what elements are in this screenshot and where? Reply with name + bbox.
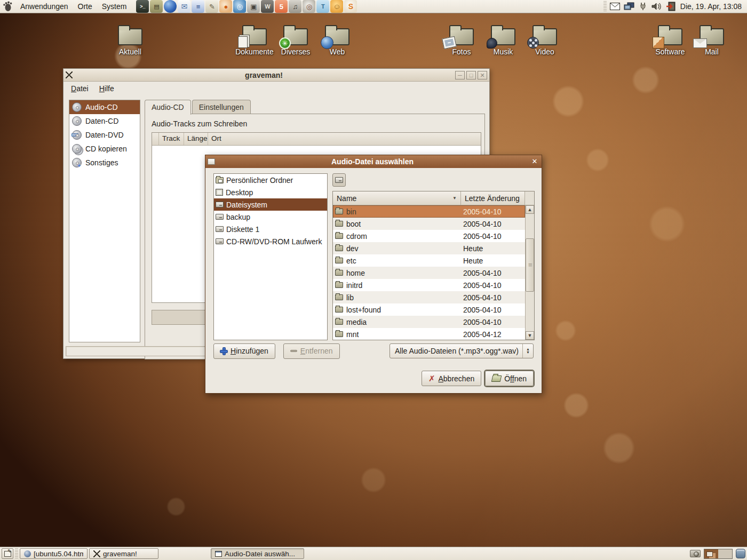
abbrechen-button[interactable]: ✗ Abbrechen <box>422 371 481 386</box>
tab-audio-cd[interactable]: Audio-CD <box>145 100 191 115</box>
jukebox-icon[interactable]: ♫ <box>289 0 301 13</box>
screens-icon[interactable] <box>624 2 634 11</box>
column-header-laenge[interactable]: Länge <box>184 133 208 145</box>
file-row-mnt[interactable]: mnt2005-04-12 <box>333 328 525 340</box>
column-header-blank[interactable] <box>152 133 159 145</box>
column-header-modified[interactable]: Letzte Änderung <box>461 191 525 205</box>
taskbar-drag-handle[interactable] <box>15 548 18 559</box>
sidebar-item-daten-cd[interactable]: Daten-CD <box>69 114 140 128</box>
label-rest: inzufügen <box>236 347 268 355</box>
file-modified: 2005-04-10 <box>459 207 525 216</box>
menu-anwendungen[interactable]: Anwendungen <box>16 1 73 12</box>
sidebar-item-cd-kopieren[interactable]: CD kopieren <box>69 142 140 156</box>
web-browser-icon[interactable] <box>164 0 177 13</box>
place-backup[interactable]: backup <box>214 211 327 223</box>
optical-drive-icon <box>216 238 224 244</box>
workspace-1[interactable] <box>704 549 718 558</box>
column-header-ort[interactable]: Ort <box>208 133 481 145</box>
logout-icon[interactable] <box>665 2 676 11</box>
scroll-up-arrow[interactable]: ▲ <box>526 205 534 214</box>
tag-tool-icon[interactable]: T <box>316 0 329 13</box>
gimp-icon[interactable]: W <box>261 0 274 13</box>
user-icon[interactable]: ☺ <box>330 0 343 13</box>
sidebar-item-audio-cd[interactable]: Audio-CD <box>69 100 140 114</box>
desktop-icon-diverses[interactable]: ✳ Diverses <box>272 25 320 56</box>
file-row-media[interactable]: media2005-04-10 <box>333 316 525 328</box>
desktop-icon-fotos[interactable]: Fotos <box>438 25 486 56</box>
dvd-burner-icon[interactable]: ◎ <box>303 0 315 13</box>
taskbar-item-graveman[interactable]: graveman! <box>89 548 158 559</box>
mail-notification-icon[interactable] <box>610 2 621 11</box>
editor-icon[interactable]: 5 <box>275 0 288 13</box>
camera-applet-icon[interactable] <box>690 550 701 557</box>
trash-icon[interactable] <box>736 549 745 558</box>
menu-hilfe[interactable]: Hilfe <box>95 83 118 94</box>
cd-player-icon[interactable]: ◎ <box>233 0 246 13</box>
screenshot-icon[interactable]: ▣ <box>247 0 260 13</box>
hinzufuegen-button[interactable]: Hinzufügen <box>213 343 275 359</box>
file-row-initrd[interactable]: initrd2005-04-10 <box>333 279 525 291</box>
file-row-boot[interactable]: boot2005-04-10 <box>333 218 525 230</box>
file-row-bin[interactable]: bin2005-04-10 <box>333 205 525 218</box>
top-panel: Anwendungen Orte System >_ ▤ ✉ ≡ ✎ ● ◎ ▣… <box>0 0 747 13</box>
file-row-home[interactable]: home2005-04-10 <box>333 267 525 279</box>
data-dvd-icon <box>72 130 82 140</box>
menu-datei[interactable]: Datei <box>67 83 93 94</box>
window-buttons: ─ □ ✕ <box>455 71 487 79</box>
gnome-foot-icon[interactable] <box>2 1 13 12</box>
close-button[interactable]: ✕ <box>478 71 487 79</box>
desktop-icon-web[interactable]: Web <box>313 25 361 56</box>
volume-icon[interactable] <box>651 2 662 11</box>
fishbowl-icon[interactable]: ● <box>219 0 232 13</box>
dialog-titlebar[interactable]: Audio-Datei auswählen ✕ <box>205 155 542 168</box>
file-row-etc[interactable]: etcHeute <box>333 254 525 267</box>
sidebar-item-sonstiges[interactable]: Sonstiges <box>69 156 140 170</box>
menu-system[interactable]: System <box>98 1 131 12</box>
oeffnen-button[interactable]: Öffnen <box>485 371 534 386</box>
drive-icon <box>216 214 224 220</box>
place-persoenlicher-ordner[interactable]: Persönlicher Ordner <box>214 174 327 186</box>
email-icon[interactable]: ✉ <box>178 0 190 13</box>
scroll-down-arrow[interactable]: ▼ <box>526 331 534 340</box>
documents-icon[interactable]: ≡ <box>192 0 204 13</box>
taskbar-item-audio-dialog[interactable]: Audio-Datei auswäh... <box>211 548 304 559</box>
sidebar-item-daten-dvd[interactable]: Daten-DVD <box>69 128 140 142</box>
file-row-lost-found[interactable]: lost+found2005-04-10 <box>333 303 525 316</box>
file-row-dev[interactable]: devHeute <box>333 242 525 254</box>
terminal-icon[interactable]: >_ <box>136 0 149 13</box>
power-plug-icon[interactable] <box>638 2 648 11</box>
organizer-icon[interactable]: ▤ <box>150 0 163 13</box>
place-desktop[interactable]: Desktop <box>214 186 327 198</box>
desktop-icon-video[interactable]: Video <box>521 25 569 56</box>
scrollbar-thumb[interactable] <box>526 238 534 292</box>
desktop-icon-software[interactable]: Software <box>646 25 694 56</box>
skype-icon[interactable]: S <box>344 0 357 13</box>
menu-orte[interactable]: Orte <box>74 1 97 12</box>
graveman-titlebar[interactable]: graveman! ─ □ ✕ <box>63 69 489 82</box>
entfernen-button[interactable]: Entfernen <box>283 343 340 359</box>
show-desktop-button[interactable] <box>2 548 13 559</box>
file-row-lib[interactable]: lib2005-04-10 <box>333 291 525 303</box>
maximize-button[interactable]: □ <box>466 71 476 79</box>
file-filter-combobox[interactable]: Alle Audio-Dateien (*.mp3*.ogg*.wav) ▲▼ <box>390 343 534 358</box>
pen-tool-icon[interactable]: ✎ <box>205 0 218 13</box>
column-header-track[interactable]: Track <box>159 133 184 145</box>
tab-einstellungen[interactable]: Einstellungen <box>192 100 251 115</box>
file-row-cdrom[interactable]: cdrom2005-04-10 <box>333 230 525 242</box>
place-cdrw-dvdrom[interactable]: CD-RW/DVD-ROM Laufwerk <box>214 235 327 247</box>
place-diskette[interactable]: Diskette 1 <box>214 223 327 235</box>
place-dateisystem[interactable]: Dateisystem <box>214 198 327 211</box>
minimize-button[interactable]: ─ <box>455 71 465 79</box>
file-name: bin <box>346 207 356 216</box>
column-header-name[interactable]: Name ▼ <box>333 191 461 205</box>
desktop-icon-musik[interactable]: Musik <box>479 25 527 56</box>
path-button-filesystem[interactable] <box>332 173 346 187</box>
desktop-icon-aktuell[interactable]: Aktuell <box>106 25 154 56</box>
dialog-close-button[interactable]: ✕ <box>530 157 539 166</box>
panel-drag-handle[interactable] <box>603 1 607 12</box>
vertical-scrollbar[interactable]: ▲ ▼ <box>525 205 534 340</box>
workspace-2[interactable] <box>718 549 732 558</box>
desktop-icon-mail[interactable]: Mail <box>688 25 736 56</box>
taskbar-item-browser[interactable]: [ubuntu5.04.html - ... <box>20 548 88 559</box>
clock[interactable]: Die, 19. Apr, 13:08 <box>679 2 745 11</box>
